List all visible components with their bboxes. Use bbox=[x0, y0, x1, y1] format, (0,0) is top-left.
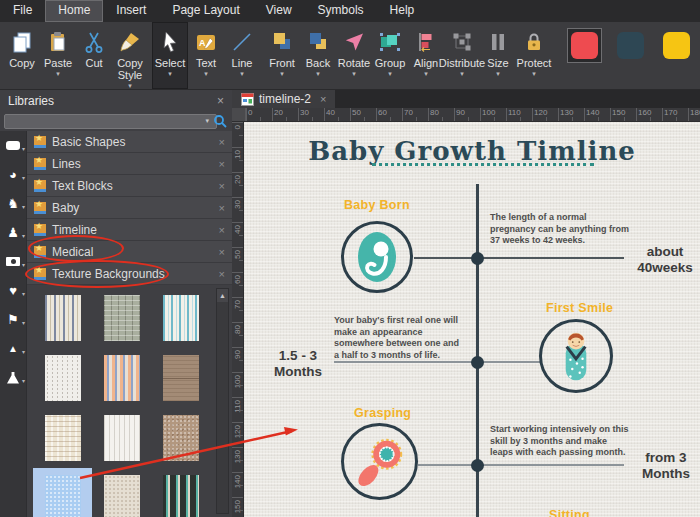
category-animals-icon[interactable]: ♞▾ bbox=[0, 189, 26, 218]
milestone-time-first-smile[interactable]: 1.5 - 3 Months bbox=[270, 348, 326, 380]
milestone-desc-grasping[interactable]: Start working intensively on this skill … bbox=[490, 424, 630, 459]
timeline-node-1[interactable] bbox=[471, 252, 484, 265]
library-item-baby[interactable]: Baby× bbox=[27, 197, 232, 219]
library-search-input[interactable] bbox=[4, 114, 217, 129]
texture-thumb-white-marble[interactable] bbox=[33, 348, 92, 408]
back-dropdown-icon[interactable]: ▾ bbox=[316, 70, 320, 77]
timeline-node-3[interactable] bbox=[471, 459, 484, 472]
milestone-label-first-smile[interactable]: First Smile bbox=[546, 301, 613, 315]
tab-timeline-2[interactable]: timeline-2 × bbox=[232, 90, 335, 108]
menu-file[interactable]: File bbox=[0, 0, 45, 22]
category-favorites-icon[interactable]: ♥▾ bbox=[0, 276, 26, 305]
library-item-close-icon[interactable]: × bbox=[219, 246, 225, 258]
search-dropdown-icon[interactable]: ▾ bbox=[205, 117, 209, 125]
swatch-dark-slate[interactable] bbox=[614, 29, 647, 62]
timeline-node-2[interactable] bbox=[471, 356, 484, 369]
scroll-up-icon[interactable]: ▲ bbox=[217, 289, 228, 302]
copy-button[interactable]: Copy ▾ bbox=[4, 22, 40, 89]
rotate-button[interactable]: Rotate ▾ bbox=[336, 22, 372, 89]
texture-scrollbar[interactable]: ▲ bbox=[216, 288, 229, 514]
menu-view[interactable]: View bbox=[253, 0, 305, 22]
milestone-label-grasping[interactable]: Grasping bbox=[354, 406, 411, 420]
cut-button[interactable]: Cut ▾ bbox=[76, 22, 112, 89]
swaddled-baby-icon[interactable] bbox=[539, 319, 613, 393]
texture-thumb-cream-script[interactable] bbox=[33, 408, 92, 468]
paste-dropdown-icon[interactable]: ▾ bbox=[56, 70, 60, 77]
line-label: Line bbox=[232, 57, 253, 69]
menu-page-layout[interactable]: Page Layout bbox=[159, 0, 252, 22]
milestone-time-grasping[interactable]: from 3 Months bbox=[636, 450, 696, 482]
milestone-desc-first-smile[interactable]: Your baby's first real one will make an … bbox=[334, 315, 464, 361]
align-button[interactable]: Align ▾ bbox=[408, 22, 444, 89]
line-button[interactable]: Line ▾ bbox=[224, 22, 260, 89]
texture-thumb-gray-brick[interactable] bbox=[92, 288, 151, 348]
select-button[interactable]: Select ▾ bbox=[152, 22, 188, 89]
distribute-button[interactable]: Distribute ▾ bbox=[444, 22, 480, 89]
category-science-icon[interactable]: ▾ bbox=[0, 363, 26, 392]
category-symbols-icon[interactable]: ▲▾ bbox=[0, 334, 26, 363]
category-people-icon[interactable]: ♟▾ bbox=[0, 218, 26, 247]
text-button[interactable]: A Text ▾ bbox=[188, 22, 224, 89]
library-item-close-icon[interactable]: × bbox=[219, 136, 225, 148]
milestone-label-baby-born[interactable]: Baby Born bbox=[344, 198, 410, 212]
library-item-close-icon[interactable]: × bbox=[219, 268, 225, 280]
search-icon[interactable] bbox=[213, 114, 227, 128]
library-item-close-icon[interactable]: × bbox=[219, 224, 225, 236]
category-clipart-icon[interactable]: ⚑▾ bbox=[0, 305, 26, 334]
fetus-icon[interactable] bbox=[341, 221, 413, 293]
texture-thumb-orange-blue-stripes[interactable] bbox=[92, 348, 151, 408]
group-button[interactable]: Group ▾ bbox=[372, 22, 408, 89]
front-dropdown-icon[interactable]: ▾ bbox=[280, 70, 284, 77]
rattle-icon[interactable] bbox=[341, 423, 418, 500]
texture-thumb-brown-wood[interactable] bbox=[151, 348, 210, 408]
texture-thumb-gray-blue-stripes[interactable] bbox=[33, 288, 92, 348]
category-charts-icon[interactable]: ◕▾ bbox=[0, 160, 26, 189]
size-dropdown-icon[interactable]: ▾ bbox=[496, 70, 500, 77]
tab-close-icon[interactable]: × bbox=[320, 93, 326, 105]
menu-symbols[interactable]: Symbols bbox=[305, 0, 377, 22]
library-item-label: Lines bbox=[52, 157, 81, 171]
texture-thumb-brown-mosaic[interactable] bbox=[151, 408, 210, 468]
library-item-basic-shapes[interactable]: Basic Shapes× bbox=[27, 131, 232, 153]
category-basic-shapes-icon[interactable]: ▾ bbox=[0, 131, 26, 160]
distribute-label: Distribute bbox=[439, 57, 485, 69]
size-button[interactable]: Size ▾ bbox=[480, 22, 516, 89]
select-dropdown-icon[interactable]: ▾ bbox=[168, 70, 172, 77]
back-button[interactable]: Back ▾ bbox=[300, 22, 336, 89]
protect-dropdown-icon[interactable]: ▾ bbox=[532, 70, 536, 77]
library-item-close-icon[interactable]: × bbox=[219, 158, 225, 170]
texture-thumb-blue-texture[interactable] bbox=[33, 468, 92, 517]
milestone-desc-baby-born[interactable]: The length of a normal pregnancy can be … bbox=[490, 212, 632, 247]
group-dropdown-icon[interactable]: ▾ bbox=[388, 70, 392, 77]
menu-help[interactable]: Help bbox=[377, 0, 428, 22]
copy-style-dropdown-icon[interactable]: ▾ bbox=[128, 82, 132, 89]
library-item-close-icon[interactable]: × bbox=[219, 180, 225, 192]
swatch-red[interactable] bbox=[568, 29, 601, 62]
text-dropdown-icon[interactable]: ▾ bbox=[204, 70, 208, 77]
connector-line-1 bbox=[414, 257, 624, 259]
menu-home[interactable]: Home bbox=[45, 0, 103, 22]
milestone-label-sitting[interactable]: Sitting bbox=[549, 508, 590, 517]
v-ruler-tick: 90 bbox=[232, 347, 243, 372]
paste-button[interactable]: Paste ▾ bbox=[40, 22, 76, 89]
distribute-dropdown-icon[interactable]: ▾ bbox=[460, 70, 464, 77]
menu-insert[interactable]: Insert bbox=[103, 0, 159, 22]
protect-button[interactable]: Protect ▾ bbox=[516, 22, 552, 89]
front-button[interactable]: Front ▾ bbox=[264, 22, 300, 89]
drawing-canvas[interactable]: Baby Growth Timline Baby Born The length… bbox=[244, 122, 700, 517]
copy-style-button[interactable]: Copy Style ▾ bbox=[112, 22, 148, 89]
library-item-text-blocks[interactable]: Text Blocks× bbox=[27, 175, 232, 197]
line-dropdown-icon[interactable]: ▾ bbox=[240, 70, 244, 77]
library-item-lines[interactable]: Lines× bbox=[27, 153, 232, 175]
texture-thumb-white-stripes[interactable] bbox=[92, 408, 151, 468]
libraries-close-icon[interactable]: × bbox=[217, 94, 224, 108]
swatch-yellow[interactable] bbox=[660, 29, 693, 62]
texture-thumb-beige-speckle[interactable] bbox=[92, 468, 151, 517]
texture-thumb-dark-teal-stripes[interactable] bbox=[151, 468, 210, 517]
align-dropdown-icon[interactable]: ▾ bbox=[424, 70, 428, 77]
rotate-dropdown-icon[interactable]: ▾ bbox=[352, 70, 356, 77]
texture-thumb-teal-stripes[interactable] bbox=[151, 288, 210, 348]
milestone-time-baby-born[interactable]: about 40weeks bbox=[632, 244, 698, 276]
library-item-close-icon[interactable]: × bbox=[219, 202, 225, 214]
category-photos-icon[interactable]: ▾ bbox=[0, 247, 26, 276]
